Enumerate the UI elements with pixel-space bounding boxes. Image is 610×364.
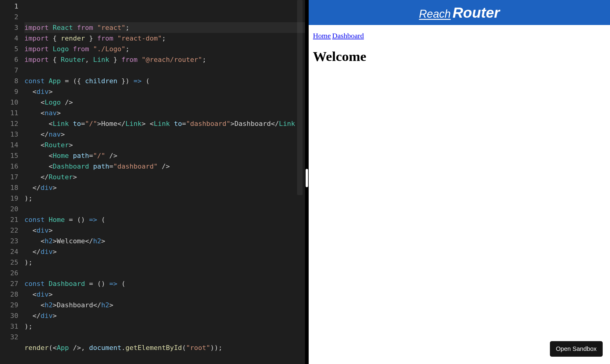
nav-link-home[interactable]: Home xyxy=(313,32,331,40)
line-number-gutter: 1234567891011121314151617181920212223242… xyxy=(0,0,24,364)
code-line[interactable]: </div> xyxy=(24,310,305,321)
line-number: 4 xyxy=(0,33,18,44)
line-number: 32 xyxy=(0,332,18,342)
line-number: 29 xyxy=(0,300,18,310)
line-number: 24 xyxy=(0,246,18,257)
code-line[interactable]: ); xyxy=(24,321,305,332)
line-number: 6 xyxy=(0,54,18,65)
line-number: 18 xyxy=(0,182,18,193)
code-line[interactable]: <Logo /> xyxy=(24,97,305,108)
line-number: 7 xyxy=(0,65,18,76)
line-number: 27 xyxy=(0,278,18,289)
code-line[interactable]: </nav> xyxy=(24,129,305,140)
line-number: 19 xyxy=(0,193,18,204)
code-line[interactable]: import { render } from "react-dom"; xyxy=(24,33,305,44)
code-line[interactable]: <h2>Welcome</h2> xyxy=(24,236,305,246)
resize-handle[interactable] xyxy=(306,169,308,187)
logo-reach: Reach xyxy=(419,8,451,20)
code-line[interactable]: <nav> xyxy=(24,108,305,118)
code-line[interactable]: <div> xyxy=(24,225,305,236)
line-number: 3 xyxy=(0,22,18,33)
preview-heading: Welcome xyxy=(313,48,606,64)
line-number: 13 xyxy=(0,129,18,140)
line-number: 11 xyxy=(0,108,18,118)
line-number: 28 xyxy=(0,289,18,300)
code-line[interactable]: render(<App />, document.getElementById(… xyxy=(24,342,305,353)
code-area[interactable]: import React from "react";import { rende… xyxy=(24,0,305,364)
line-number: 15 xyxy=(0,150,18,161)
code-line[interactable]: </Router> xyxy=(24,172,305,182)
code-line[interactable]: </div> xyxy=(24,246,305,257)
code-line[interactable]: <Router> xyxy=(24,140,305,150)
code-line[interactable]: <Link to="/">Home</Link> <Link to="dashb… xyxy=(24,118,305,129)
code-line[interactable] xyxy=(24,353,305,364)
line-number: 20 xyxy=(0,204,18,214)
code-line[interactable] xyxy=(24,204,305,214)
code-line[interactable]: const Dashboard = () => ( xyxy=(24,278,305,289)
code-line[interactable]: import React from "react"; xyxy=(24,22,305,33)
preview-header: Reach Router xyxy=(309,0,610,25)
line-number: 5 xyxy=(0,44,18,54)
line-number: 22 xyxy=(0,225,18,236)
code-line[interactable] xyxy=(24,268,305,278)
editor-scrollbar[interactable] xyxy=(297,0,303,195)
open-sandbox-button[interactable]: Open Sandbox xyxy=(550,341,603,357)
editor-pane: 1234567891011121314151617181920212223242… xyxy=(0,0,305,364)
line-number: 10 xyxy=(0,97,18,108)
line-number: 17 xyxy=(0,172,18,182)
code-line[interactable]: ); xyxy=(24,193,305,204)
line-number: 2 xyxy=(0,12,18,22)
pane-divider[interactable] xyxy=(305,0,309,364)
code-line[interactable]: <div> xyxy=(24,86,305,97)
line-number: 25 xyxy=(0,257,18,268)
line-number: 31 xyxy=(0,321,18,332)
code-line[interactable] xyxy=(24,332,305,342)
code-line[interactable]: <h2>Dashboard</h2> xyxy=(24,300,305,310)
line-number: 14 xyxy=(0,140,18,150)
code-line[interactable]: <div> xyxy=(24,289,305,300)
code-line[interactable]: const App = ({ children }) => ( xyxy=(24,76,305,86)
preview-nav: Home Dashboard xyxy=(313,32,606,40)
line-number: 9 xyxy=(0,86,18,97)
line-number: 30 xyxy=(0,310,18,321)
line-number: 26 xyxy=(0,268,18,278)
nav-link-dashboard[interactable]: Dashboard xyxy=(332,32,364,40)
line-number: 1 xyxy=(0,1,18,12)
code-line[interactable]: </div> xyxy=(24,182,305,193)
code-line[interactable]: import Logo from "./Logo"; xyxy=(24,44,305,54)
line-number: 12 xyxy=(0,118,18,129)
code-line[interactable]: <Home path="/" /> xyxy=(24,150,305,161)
line-number: 16 xyxy=(0,161,18,172)
preview-pane: Reach Router Home Dashboard Welcome Open… xyxy=(309,0,610,364)
code-line[interactable]: ); xyxy=(24,257,305,268)
logo-router: Router xyxy=(453,4,500,21)
line-number: 23 xyxy=(0,236,18,246)
line-number: 21 xyxy=(0,214,18,225)
code-line[interactable]: const Home = () => ( xyxy=(24,214,305,225)
code-line[interactable]: <Dashboard path="dashboard" /> xyxy=(24,161,305,172)
logo: Reach Router xyxy=(419,4,500,21)
code-line[interactable]: import { Router, Link } from "@reach/rou… xyxy=(24,54,305,65)
preview-body: Home Dashboard Welcome xyxy=(309,25,610,71)
line-number: 8 xyxy=(0,76,18,86)
code-line[interactable] xyxy=(24,65,305,76)
